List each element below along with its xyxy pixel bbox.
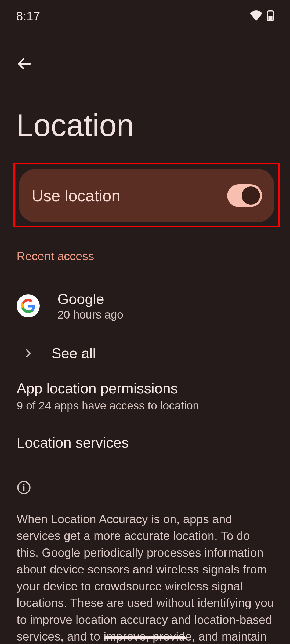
location-info: When Location Accuracy is on, apps and s…: [17, 480, 274, 644]
app-location-permissions[interactable]: App location permissions 9 of 24 apps ha…: [17, 380, 274, 412]
location-info-text: When Location Accuracy is on, apps and s…: [17, 511, 274, 644]
location-services[interactable]: Location services: [17, 434, 274, 451]
use-location-label: Use location: [32, 186, 120, 205]
info-icon: [17, 480, 274, 496]
chevron-right-icon: [17, 347, 40, 359]
svg-point-6: [23, 484, 24, 485]
status-bar: 8:17: [0, 0, 290, 32]
recent-access-item[interactable]: Google 20 hours ago: [17, 284, 274, 327]
use-location-toggle-row[interactable]: Use location: [19, 169, 274, 222]
switch-thumb: [242, 186, 260, 205]
app-location-permissions-title: App location permissions: [17, 380, 274, 397]
location-services-title: Location services: [17, 434, 274, 451]
back-button[interactable]: [11, 51, 38, 78]
battery-icon: [267, 10, 274, 23]
wifi-icon: [250, 10, 263, 22]
see-all-label: See all: [52, 345, 96, 361]
gesture-nav-handle[interactable]: [104, 636, 186, 639]
page-title: Location: [16, 107, 134, 143]
svg-rect-2: [268, 16, 272, 20]
recent-access-app-name: Google: [57, 291, 123, 307]
app-bar: [0, 43, 290, 86]
google-logo-icon: [17, 294, 40, 317]
app-location-permissions-subtitle: 9 of 24 apps have access to location: [17, 399, 274, 412]
status-time: 8:17: [16, 9, 40, 23]
use-location-switch[interactable]: [227, 184, 262, 207]
recent-access-time: 20 hours ago: [57, 308, 123, 321]
arrow-left-icon: [16, 56, 32, 73]
status-icons: [250, 10, 274, 23]
see-all-button[interactable]: See all: [17, 337, 274, 369]
recent-access-header: Recent access: [17, 250, 94, 263]
